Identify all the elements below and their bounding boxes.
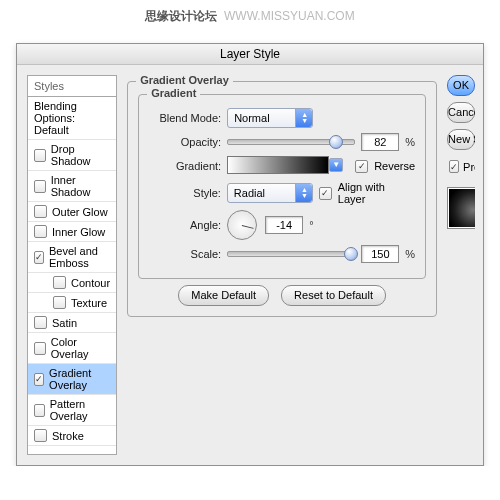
- style-row-inner-shadow[interactable]: Inner Shadow: [28, 171, 116, 202]
- style-checkbox[interactable]: [34, 251, 44, 264]
- angle-input[interactable]: -14: [265, 216, 303, 234]
- style-checkbox[interactable]: [34, 180, 46, 193]
- style-checkbox[interactable]: [34, 205, 47, 218]
- watermark: 思缘设计论坛 WWW.MISSYUAN.COM: [0, 0, 500, 33]
- dialog-title: Layer Style: [17, 44, 483, 65]
- style-row-bevel-and-emboss[interactable]: Bevel and Emboss: [28, 242, 116, 273]
- styles-list: Styles Blending Options: Default Drop Sh…: [27, 75, 117, 455]
- style-checkbox[interactable]: [53, 276, 66, 289]
- style-label: Bevel and Emboss: [49, 245, 110, 269]
- style-row-color-overlay[interactable]: Color Overlay: [28, 333, 116, 364]
- gradient-dropdown-icon[interactable]: ▼: [329, 158, 343, 172]
- scale-input[interactable]: 150: [361, 245, 399, 263]
- style-label: Stroke: [52, 430, 84, 442]
- style-label: Texture: [71, 297, 107, 309]
- scale-label: Scale:: [149, 248, 221, 260]
- style-row-drop-shadow[interactable]: Drop Shadow: [28, 140, 116, 171]
- ok-button[interactable]: OK: [447, 75, 475, 96]
- style-label: Outer Glow: [52, 206, 108, 218]
- style-label: Inner Glow: [52, 226, 105, 238]
- angle-label: Angle:: [149, 219, 221, 231]
- opacity-slider[interactable]: [227, 139, 355, 145]
- gradient-label: Gradient:: [149, 160, 221, 172]
- blending-options-row[interactable]: Blending Options: Default: [28, 97, 116, 140]
- style-label: Style:: [149, 187, 221, 199]
- style-row-gradient-overlay[interactable]: Gradient Overlay: [28, 364, 116, 395]
- align-checkbox[interactable]: [319, 187, 332, 200]
- style-checkbox[interactable]: [53, 296, 66, 309]
- opacity-input[interactable]: 82: [361, 133, 399, 151]
- style-checkbox[interactable]: [34, 429, 47, 442]
- layer-style-dialog: Layer Style Styles Blending Options: Def…: [16, 43, 484, 466]
- angle-dial[interactable]: [227, 210, 257, 240]
- gradient-overlay-group: Gradient Overlay Gradient Blend Mode: No…: [127, 81, 437, 317]
- opacity-label: Opacity:: [149, 136, 221, 148]
- style-row-texture[interactable]: Texture: [28, 293, 116, 313]
- scale-slider[interactable]: [227, 251, 355, 257]
- style-checkbox[interactable]: [34, 404, 45, 417]
- style-row-inner-glow[interactable]: Inner Glow: [28, 222, 116, 242]
- style-label: Drop Shadow: [51, 143, 110, 167]
- gradient-picker[interactable]: [227, 156, 329, 174]
- style-label: Satin: [52, 317, 77, 329]
- cancel-button[interactable]: Cancel: [447, 102, 475, 123]
- style-row-pattern-overlay[interactable]: Pattern Overlay: [28, 395, 116, 426]
- style-label: Contour: [71, 277, 110, 289]
- reverse-checkbox[interactable]: [355, 160, 368, 173]
- style-label: Pattern Overlay: [50, 398, 110, 422]
- style-label: Gradient Overlay: [49, 367, 110, 391]
- style-checkbox[interactable]: [34, 316, 47, 329]
- blend-mode-label: Blend Mode:: [149, 112, 221, 124]
- style-checkbox[interactable]: [34, 225, 47, 238]
- style-checkbox[interactable]: [34, 342, 46, 355]
- new-style-button[interactable]: New Style..: [447, 129, 475, 150]
- styles-header[interactable]: Styles: [28, 76, 116, 97]
- make-default-button[interactable]: Make Default: [178, 285, 269, 306]
- style-checkbox[interactable]: [34, 373, 44, 386]
- style-checkbox[interactable]: [34, 149, 46, 162]
- style-label: Inner Shadow: [51, 174, 111, 198]
- style-select[interactable]: Radial▲▼: [227, 183, 313, 203]
- style-row-stroke[interactable]: Stroke: [28, 426, 116, 446]
- style-label: Color Overlay: [51, 336, 110, 360]
- preview-checkbox[interactable]: [449, 160, 459, 173]
- gradient-group: Gradient Blend Mode: Normal▲▼ Opacity: 8…: [138, 94, 426, 279]
- reset-default-button[interactable]: Reset to Default: [281, 285, 386, 306]
- style-row-satin[interactable]: Satin: [28, 313, 116, 333]
- style-row-outer-glow[interactable]: Outer Glow: [28, 202, 116, 222]
- preview-label: Preview: [463, 161, 475, 173]
- style-row-contour[interactable]: Contour: [28, 273, 116, 293]
- dialog-buttons: OK Cancel New Style.. Preview: [447, 75, 475, 455]
- settings-panel: Gradient Overlay Gradient Blend Mode: No…: [127, 75, 437, 455]
- preview-swatch: [447, 187, 475, 229]
- blend-mode-select[interactable]: Normal▲▼: [227, 108, 313, 128]
